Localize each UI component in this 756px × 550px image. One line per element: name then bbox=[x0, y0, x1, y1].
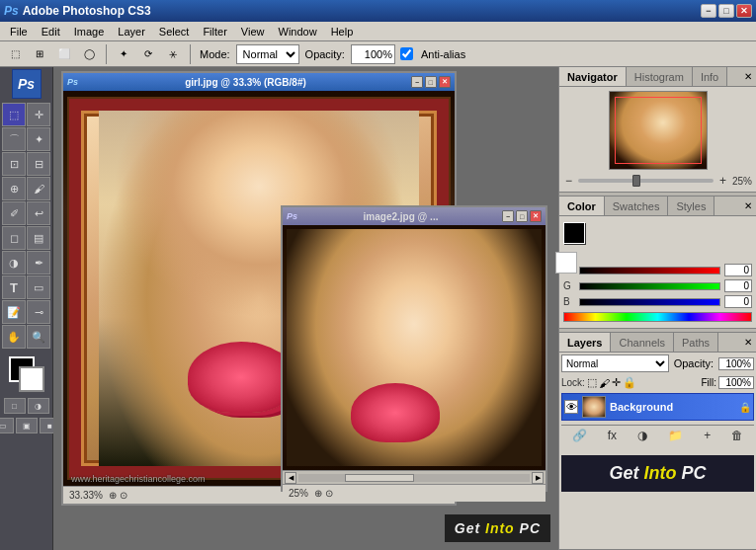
tool-slice[interactable]: ⊟ bbox=[27, 152, 50, 176]
layer-style-btn[interactable]: fx bbox=[604, 428, 621, 443]
b-slider[interactable] bbox=[579, 298, 720, 306]
menu-file[interactable]: File bbox=[4, 24, 34, 39]
tool-hand[interactable]: ✋ bbox=[2, 325, 26, 349]
screen-mode-1[interactable]: ▭ bbox=[0, 418, 14, 433]
tool-eraser[interactable]: ◻ bbox=[2, 226, 26, 250]
tab-color[interactable]: Color bbox=[559, 196, 605, 215]
tab-layers[interactable]: Layers bbox=[559, 333, 611, 352]
tool-brush[interactable]: 🖌 bbox=[27, 177, 50, 200]
antialias-checkbox[interactable] bbox=[400, 47, 413, 60]
menu-edit[interactable]: Edit bbox=[36, 24, 66, 39]
g-slider[interactable] bbox=[579, 282, 720, 290]
zoom-in-btn[interactable]: + bbox=[717, 174, 728, 188]
toolbar-tool4[interactable]: ◯ bbox=[78, 43, 100, 65]
menu-view[interactable]: View bbox=[235, 24, 271, 39]
tool-magic-wand[interactable]: ✦ bbox=[27, 127, 50, 151]
lock-all-icon[interactable]: 🔒 bbox=[623, 376, 636, 389]
tab-styles[interactable]: Styles bbox=[668, 196, 714, 215]
tool-marquee[interactable]: ⬚ bbox=[2, 103, 26, 126]
doc2-maximize[interactable]: □ bbox=[516, 210, 528, 222]
lock-move-icon[interactable]: ✛ bbox=[612, 376, 621, 389]
scroll-right-btn[interactable]: ▶ bbox=[532, 472, 544, 484]
layers-opacity-input[interactable] bbox=[718, 357, 754, 370]
tool-crop[interactable]: ⊡ bbox=[2, 152, 26, 176]
layers-close[interactable]: ✕ bbox=[740, 333, 756, 352]
tool-eyedrop[interactable]: ⊸ bbox=[27, 300, 50, 324]
tool-heal[interactable]: ⊕ bbox=[2, 177, 26, 200]
g-value[interactable] bbox=[724, 279, 752, 292]
quick-mask-btn[interactable]: ◑ bbox=[28, 398, 49, 414]
doc1-minimize[interactable]: − bbox=[411, 76, 423, 88]
mode-select[interactable]: Normal Multiply Screen bbox=[236, 44, 299, 64]
zoom-out-btn[interactable]: − bbox=[563, 174, 574, 188]
scroll-track-h[interactable] bbox=[298, 474, 530, 482]
toolbar-tool6[interactable]: ⟳ bbox=[137, 43, 159, 65]
tool-shape[interactable]: ▭ bbox=[27, 275, 50, 299]
g-label: G bbox=[563, 280, 575, 291]
tool-dodge[interactable]: ◑ bbox=[2, 251, 26, 275]
fill-input[interactable] bbox=[718, 376, 754, 389]
doc2-minimize[interactable]: − bbox=[502, 210, 514, 222]
doc2-close[interactable]: ✕ bbox=[530, 210, 542, 222]
tab-paths[interactable]: Paths bbox=[674, 333, 718, 352]
screen-mode-2[interactable]: ▣ bbox=[16, 418, 38, 433]
doc-window-image2[interactable]: Ps image2.jpg @ ... − □ ✕ ◀ bbox=[281, 205, 547, 492]
lock-paint-icon[interactable]: 🖌 bbox=[599, 377, 610, 389]
layer-link-btn[interactable]: 🔗 bbox=[568, 428, 591, 443]
color-spectrum-bar[interactable] bbox=[563, 312, 752, 322]
close-button[interactable]: ✕ bbox=[736, 4, 752, 18]
r-slider[interactable] bbox=[579, 267, 720, 275]
normal-mode-btn[interactable]: □ bbox=[4, 398, 26, 414]
tab-channels[interactable]: Channels bbox=[611, 333, 673, 352]
tool-history[interactable]: ↩ bbox=[27, 201, 50, 225]
background-color-swatch[interactable] bbox=[555, 252, 577, 274]
layer-background[interactable]: 👁 Background 🔒 bbox=[561, 393, 754, 421]
lock-transparent-icon[interactable]: ⬚ bbox=[587, 376, 597, 389]
menu-filter[interactable]: Filter bbox=[197, 24, 232, 39]
minimize-button[interactable]: − bbox=[701, 4, 716, 18]
doc2-scrollbar-h[interactable]: ◀ ▶ bbox=[283, 470, 546, 484]
tab-histogram[interactable]: Histogram bbox=[627, 67, 693, 86]
tab-swatches[interactable]: Swatches bbox=[605, 196, 669, 215]
tool-notes[interactable]: 📝 bbox=[2, 300, 26, 324]
doc1-maximize[interactable]: □ bbox=[425, 76, 437, 88]
menu-image[interactable]: Image bbox=[68, 24, 111, 39]
tool-zoom[interactable]: 🔍 bbox=[27, 325, 50, 349]
layer-eye-icon[interactable]: 👁 bbox=[564, 400, 578, 414]
tab-info[interactable]: Info bbox=[693, 67, 727, 86]
color-close[interactable]: ✕ bbox=[740, 196, 756, 215]
opacity-input[interactable] bbox=[351, 44, 395, 64]
tab-navigator[interactable]: Navigator bbox=[559, 67, 627, 86]
doc1-close[interactable]: ✕ bbox=[439, 76, 451, 88]
toolbar-tool7[interactable]: ⚹ bbox=[162, 43, 184, 65]
menu-help[interactable]: Help bbox=[325, 24, 360, 39]
tool-stamp[interactable]: ✐ bbox=[2, 201, 26, 225]
tool-move[interactable]: ✛ bbox=[27, 103, 50, 126]
navigator-close[interactable]: ✕ bbox=[740, 67, 756, 86]
layer-new-btn[interactable]: + bbox=[700, 428, 714, 443]
tool-lasso[interactable]: ⌒ bbox=[2, 127, 26, 151]
tool-gradient[interactable]: ▤ bbox=[27, 226, 50, 250]
r-value[interactable] bbox=[724, 264, 752, 276]
background-color[interactable] bbox=[19, 366, 44, 392]
menu-select[interactable]: Select bbox=[153, 24, 196, 39]
scroll-thumb-h[interactable] bbox=[345, 474, 414, 482]
layer-group-btn[interactable]: 📁 bbox=[664, 428, 687, 443]
zoom-slider-thumb[interactable] bbox=[632, 175, 640, 187]
toolbar-tool2[interactable]: ⊞ bbox=[29, 43, 50, 65]
menu-window[interactable]: Window bbox=[273, 24, 323, 39]
toolbar-tool3[interactable]: ⬜ bbox=[53, 43, 75, 65]
toolbar-tool5[interactable]: ✦ bbox=[113, 43, 134, 65]
foreground-color-swatch[interactable] bbox=[563, 222, 585, 244]
scroll-left-btn[interactable]: ◀ bbox=[285, 472, 296, 484]
layer-delete-btn[interactable]: 🗑 bbox=[727, 428, 747, 443]
zoom-slider[interactable] bbox=[578, 179, 714, 183]
blend-mode-select[interactable]: Normal bbox=[561, 354, 669, 372]
maximize-button[interactable]: □ bbox=[718, 4, 734, 18]
tool-pen[interactable]: ✒ bbox=[27, 251, 50, 275]
layer-mask-btn[interactable]: ◑ bbox=[633, 428, 651, 443]
menu-layer[interactable]: Layer bbox=[112, 24, 151, 39]
tool-text[interactable]: T bbox=[2, 275, 26, 299]
toolbar-tool1[interactable]: ⬚ bbox=[4, 43, 26, 65]
b-value[interactable] bbox=[724, 295, 752, 308]
